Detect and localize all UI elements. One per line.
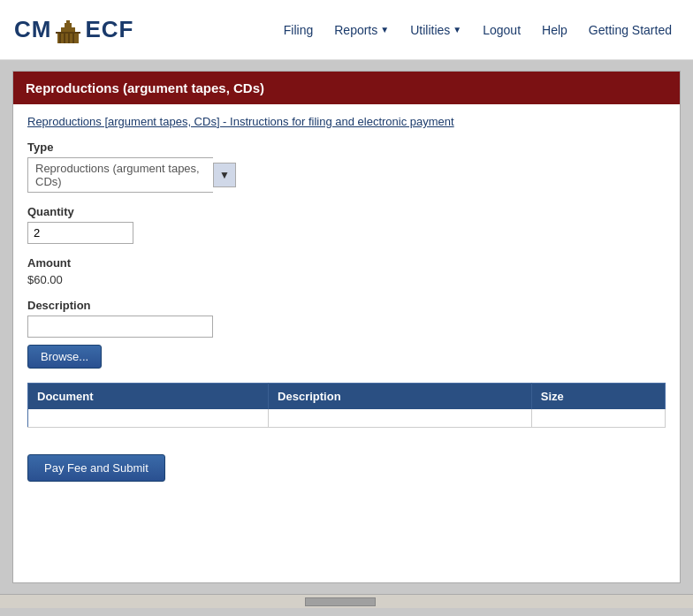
logo: CM ECF <box>14 15 133 45</box>
svg-rect-3 <box>66 20 70 24</box>
table-header-row: Document Description Size <box>28 384 666 410</box>
col-document: Document <box>28 384 269 410</box>
svg-rect-6 <box>68 33 70 43</box>
pay-fee-submit-button[interactable]: Pay Fee and Submit <box>27 454 165 482</box>
amount-field-group: Amount $60.00 <box>27 256 666 286</box>
type-field-group: Type Reproductions (argument tapes, CDs)… <box>27 141 666 193</box>
logo-building-icon <box>53 15 83 45</box>
nav-reports[interactable]: Reports ▼ <box>327 19 396 41</box>
description-field-group: Description Browse... <box>27 299 666 369</box>
col-size: Size <box>531 384 665 410</box>
table-section: Document Description Size <box>27 383 666 428</box>
type-label: Type <box>27 141 666 154</box>
main-wrapper: Reproductions (argument tapes, CDs) Repr… <box>0 60 693 594</box>
logo-text-ecf: ECF <box>85 16 133 43</box>
content-box: Reproductions (argument tapes, CDs) Repr… <box>12 71 681 583</box>
svg-rect-2 <box>65 23 72 29</box>
table-row-empty <box>28 409 666 427</box>
bottom-scrollbar[interactable] <box>0 594 693 608</box>
instructions-link[interactable]: Reproductions [argument tapes, CDs] - In… <box>27 115 454 128</box>
type-select-text: Reproductions (argument tapes, CDs) <box>27 157 213 193</box>
utilities-dropdown-arrow: ▼ <box>453 25 461 34</box>
table-header: Document Description Size <box>28 384 666 410</box>
reports-dropdown-arrow: ▼ <box>380 25 389 34</box>
main-nav: Filing Reports ▼ Utilities ▼ Logout Help… <box>277 19 679 41</box>
scrollbar-track <box>0 597 693 606</box>
nav-utilities[interactable]: Utilities ▼ <box>403 19 468 41</box>
amount-label: Amount <box>27 256 666 270</box>
nav-help[interactable]: Help <box>535 19 575 41</box>
nav-getting-started[interactable]: Getting Started <box>582 19 679 41</box>
svg-rect-5 <box>64 33 65 43</box>
quantity-label: Quantity <box>27 205 666 218</box>
content-inner: Reproductions [argument tapes, CDs] - In… <box>13 104 680 442</box>
footer-actions: Pay Fee and Submit <box>13 442 680 494</box>
svg-rect-7 <box>72 33 74 43</box>
document-table: Document Description Size <box>27 383 666 428</box>
svg-rect-4 <box>59 33 61 43</box>
logo-text-cm: CM <box>14 16 51 43</box>
scrollbar-thumb[interactable] <box>305 597 376 606</box>
browse-button[interactable]: Browse... <box>27 345 102 369</box>
section-header: Reproductions (argument tapes, CDs) <box>13 72 680 104</box>
quantity-field-group: Quantity <box>27 205 666 244</box>
col-description: Description <box>269 384 532 410</box>
svg-rect-8 <box>56 32 80 34</box>
section-title: Reproductions (argument tapes, CDs) <box>26 80 264 95</box>
quantity-input[interactable] <box>27 222 133 244</box>
nav-filing[interactable]: Filing <box>277 19 320 41</box>
amount-value: $60.00 <box>27 273 666 286</box>
type-dropdown-button[interactable]: ▼ <box>213 163 236 187</box>
table-body <box>28 409 666 427</box>
header: CM ECF Filing Reports ▼ Utilities ▼ Logo… <box>0 0 693 60</box>
nav-logout[interactable]: Logout <box>476 19 528 41</box>
type-select-wrapper: Reproductions (argument tapes, CDs) ▼ <box>27 157 666 193</box>
description-label: Description <box>27 299 666 312</box>
description-input[interactable] <box>27 316 213 338</box>
